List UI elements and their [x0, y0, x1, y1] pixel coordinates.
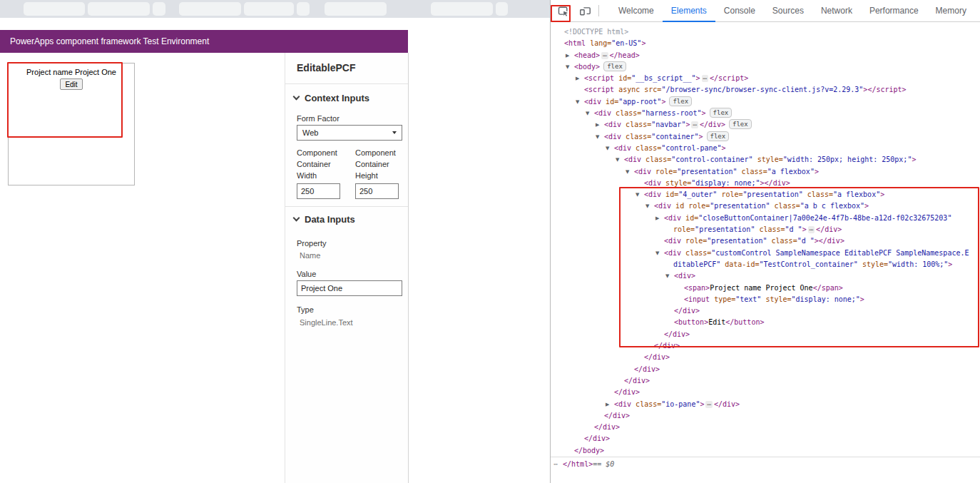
expand-arrow-icon[interactable]: ▶	[596, 119, 604, 131]
flex-badge[interactable]: flex	[707, 131, 730, 141]
data-inputs-header[interactable]: Data Inputs	[294, 214, 355, 225]
code-token: class=	[631, 144, 661, 152]
browser-tab-placeholder[interactable]	[153, 2, 165, 16]
collapse-arrow-icon[interactable]: ▼	[626, 166, 634, 178]
devtools-tree-line[interactable]: ▼<div class="control-pane">	[551, 143, 980, 154]
devtools-tree-line[interactable]: ▼<div class="harness-root">flex	[551, 108, 980, 119]
devtools-tree-line[interactable]: </div>	[551, 340, 980, 352]
devtools-tree-line[interactable]: ▼<div id="app-root">flex	[551, 96, 980, 108]
form-factor-select[interactable]: Web	[297, 125, 402, 141]
devtools-tree-line[interactable]: ▼<div class="customControl SampleNamespa…	[551, 248, 980, 259]
devtools-tree-line[interactable]: <div style="display: none;"></div>	[551, 178, 980, 189]
devtools-tree-line[interactable]: </div>	[551, 352, 980, 363]
code-token: class=	[770, 202, 800, 210]
context-inputs-header[interactable]: Context Inputs	[294, 93, 369, 103]
devtools-tree-line[interactable]: <button>Edit</button>	[551, 317, 980, 328]
code-token: "4_outer"	[678, 190, 717, 198]
expand-arrow-icon[interactable]: ▶	[606, 399, 614, 410]
devtools-tab-network[interactable]: Network	[812, 0, 861, 22]
devtools-tree-line[interactable]: </div>	[551, 387, 980, 398]
devtools-tree-line[interactable]: ▼<div class="container">flex	[551, 131, 980, 143]
devtools-tree-line[interactable]: <script async src="/browser-sync/browser…	[551, 84, 980, 96]
devtools-tree-line[interactable]: <span>Project name Project One</span>	[551, 283, 980, 294]
devtools-tree-line[interactable]: ▼<div class="control-container" style="w…	[551, 154, 980, 166]
edit-button[interactable]: Edit	[60, 78, 82, 90]
inspect-element-button[interactable]	[553, 1, 573, 20]
code-token: <head>	[574, 51, 600, 59]
devtools-tree-line[interactable]: </div>	[551, 364, 980, 375]
devtools-tree-line[interactable]: ▶<div class="io-pane">⋯</div>	[551, 399, 980, 410]
devtools-tree-line[interactable]: ▶<div class="navbar">⋯</div>flex	[551, 119, 980, 131]
devtools-tree-line[interactable]: </div>	[551, 410, 980, 422]
devtools-tree-line[interactable]: ▶<head>⋯</head>	[551, 50, 980, 61]
devtools-tree-line[interactable]: ▼<body>flex	[551, 61, 980, 73]
collapse-arrow-icon[interactable]: ▼	[665, 270, 674, 282]
collapse-arrow-icon[interactable]: ▼	[566, 61, 574, 73]
devtools-tree-line[interactable]: <!DOCTYPE html>	[551, 26, 980, 38]
devtools-tab-welcome[interactable]: Welcome	[610, 0, 663, 22]
browser-tab-placeholder[interactable]	[244, 2, 294, 16]
collapse-arrow-icon[interactable]: ▼	[586, 108, 594, 119]
collapse-arrow-icon[interactable]: ▼	[636, 189, 644, 200]
devtools-tree-line[interactable]: ▶<script id="__bs_script__">⋯</script>	[551, 73, 980, 84]
devtools-tree-line[interactable]: ▶<div id="closeButtonContainer|7a00e24e-…	[551, 213, 980, 224]
devtools-tree-line[interactable]: </div>	[551, 375, 980, 387]
inline-expand-button[interactable]: ⋯	[691, 121, 698, 128]
collapse-arrow-icon[interactable]: ▼	[616, 154, 624, 166]
collapse-arrow-icon[interactable]: ▼	[645, 200, 654, 212]
browser-tab-placeholder[interactable]	[431, 2, 493, 16]
devtools-tree-line[interactable]: ▼<div role="presentation" class="a flexb…	[551, 166, 980, 178]
devtools-tree-line[interactable]: ▼<div>	[551, 270, 980, 282]
device-toolbar-button[interactable]	[575, 1, 595, 20]
devtools-tab-performance[interactable]: Performance	[861, 0, 927, 22]
code-token: </html>	[563, 460, 593, 468]
flex-badge[interactable]: flex	[603, 61, 626, 71]
code-token: <div	[614, 144, 631, 152]
container-height-input[interactable]	[355, 183, 399, 199]
container-width-input[interactable]	[297, 183, 340, 199]
browser-tab-placeholder[interactable]	[24, 2, 85, 16]
control-text: Project name Project One	[9, 68, 134, 76]
devtools-tree-line[interactable]: <input type="text" style="display: none;…	[551, 294, 980, 305]
inline-expand-button[interactable]: ⋯	[808, 226, 815, 233]
devtools-tree-line[interactable]: </div>	[551, 305, 980, 317]
devtools-tree-line[interactable]: </body>	[551, 445, 980, 457]
devtools-tree-line[interactable]: role="presentation" class="d ">⋯</div>	[551, 224, 980, 235]
inline-expand-button[interactable]: ⋯	[702, 75, 708, 82]
expand-arrow-icon[interactable]: ▶	[576, 73, 584, 84]
value-input[interactable]	[297, 280, 402, 296]
browser-tab-placeholder[interactable]	[88, 2, 150, 16]
devtools-tree-line[interactable]: </div>	[551, 329, 980, 340]
devtools-tree-line[interactable]: <div role="presentation" class="d "></di…	[551, 235, 980, 247]
flex-badge[interactable]: flex	[669, 96, 692, 106]
collapse-arrow-icon[interactable]: ▼	[606, 143, 614, 154]
devtools-tree-line[interactable]: </div>	[551, 422, 980, 433]
devtools-tab-sources[interactable]: Sources	[764, 0, 812, 22]
flex-badge[interactable]: flex	[729, 119, 752, 129]
code-token: >	[860, 295, 864, 303]
overflow-dots-icon: ⋯	[551, 460, 563, 468]
code-token: </div>	[604, 412, 630, 420]
devtools-tab-console[interactable]: Console	[715, 0, 764, 22]
devtools-tab-memory[interactable]: Memory	[927, 0, 975, 22]
inline-expand-button[interactable]: ⋯	[601, 52, 608, 59]
browser-tab-placeholder[interactable]	[325, 2, 387, 16]
collapse-arrow-icon[interactable]: ▼	[655, 248, 664, 259]
devtools-tree-line[interactable]: </div>	[551, 433, 980, 444]
browser-tab-placeholder[interactable]	[297, 2, 310, 16]
devtools-tree-line[interactable]: <html lang="en-US">	[551, 38, 980, 49]
browser-tab-placeholder[interactable]	[179, 2, 241, 16]
devtools-tree-line[interactable]: ditablePCF" data-id="TestControl_contain…	[551, 259, 980, 270]
expand-arrow-icon[interactable]: ▶	[655, 213, 664, 224]
devtools-tree-line[interactable]: ▼<div id role="presentation" class="a b …	[551, 200, 980, 212]
code-token: <div	[634, 168, 651, 176]
inline-expand-button[interactable]: ⋯	[705, 401, 712, 408]
code-token: ></div>	[815, 237, 844, 245]
browser-tab-placeholder[interactable]	[496, 2, 508, 16]
collapse-arrow-icon[interactable]: ▼	[576, 96, 584, 108]
flex-badge[interactable]: flex	[710, 108, 733, 118]
expand-arrow-icon[interactable]: ▶	[566, 50, 574, 61]
collapse-arrow-icon[interactable]: ▼	[596, 131, 604, 143]
devtools-tree-line[interactable]: ▼<div id="4_outer" role="presentation" c…	[551, 189, 980, 200]
devtools-tab-elements[interactable]: Elements	[663, 0, 715, 22]
